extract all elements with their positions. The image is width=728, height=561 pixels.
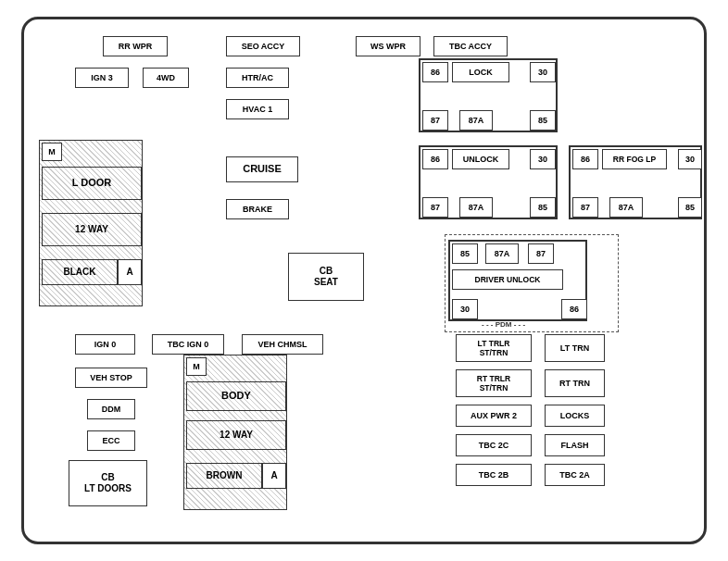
- ldoor-group: M L DOOR 12 WAY BLACK A: [39, 140, 143, 306]
- ign3: IGN 3: [75, 68, 129, 88]
- relay-unlock-label: UNLOCK: [452, 149, 509, 169]
- tbc-2b: TBC 2B: [456, 464, 532, 486]
- relay-lock-87: 87: [422, 110, 448, 131]
- relay-fog-86: 86: [572, 149, 598, 169]
- ldoor-black: BLACK: [42, 259, 118, 285]
- aux-pwr2: AUX PWR 2: [456, 405, 532, 427]
- body-a: A: [262, 463, 286, 489]
- relay-du-85: 85: [452, 243, 478, 264]
- relay-lock-30: 30: [530, 62, 556, 82]
- flash: FLASH: [545, 434, 605, 456]
- tbc-accy: TBC ACCY: [433, 36, 508, 56]
- htr-ac: HTR/AC: [226, 68, 289, 88]
- lt-trlr-st-trn: LT TRLRST/TRN: [456, 334, 532, 362]
- relay-du-30: 30: [452, 299, 478, 319]
- relay-driver-unlock-outer: 85 87A 87 DRIVER UNLOCK 30 86: [448, 240, 587, 321]
- ign0: IGN 0: [75, 334, 135, 355]
- veh-chmsl: VEH CHMSL: [242, 334, 323, 355]
- relay-lock-86: 86: [422, 62, 448, 82]
- body-12way: 12 WAY: [186, 420, 286, 450]
- relay-fog-87a: 87A: [609, 197, 643, 218]
- body-brown: BROWN: [186, 463, 262, 489]
- locks: LOCKS: [545, 405, 605, 427]
- ws-wpr: WS WPR: [356, 36, 420, 56]
- ldoor-12way: 12 WAY: [42, 213, 142, 246]
- tbc-2a: TBC 2A: [545, 464, 605, 486]
- relay-du-86: 86: [561, 299, 587, 319]
- lt-trn: LT TRN: [545, 334, 605, 362]
- cb-seat: CBSEAT: [288, 253, 364, 301]
- relay-du-87: 87: [528, 243, 554, 264]
- hvac1: HVAC 1: [226, 99, 289, 119]
- relay-rr-fog-outer: 86 RR FOG LP 30 87 87A 85: [569, 145, 702, 219]
- ecc: ECC: [87, 430, 135, 451]
- tbc-2c: TBC 2C: [456, 434, 532, 456]
- body-label: BODY: [186, 381, 286, 411]
- relay-unlock-87a: 87A: [459, 197, 493, 218]
- relay-fog-label: RR FOG LP: [602, 149, 667, 169]
- ldoor-m: M: [42, 143, 62, 161]
- fwd: 4WD: [143, 68, 189, 88]
- ddm: DDM: [87, 399, 135, 419]
- relay-fog-30: 30: [678, 149, 702, 169]
- relay-unlock-87: 87: [422, 197, 448, 218]
- body-group: M BODY 12 WAY BROWN A: [183, 355, 287, 510]
- body-m: M: [186, 357, 207, 376]
- seo-accy: SEO ACCY: [226, 36, 300, 56]
- brake: BRAKE: [226, 199, 289, 219]
- rr-wpr: RR WPR: [103, 36, 168, 56]
- cruise: CRUISE: [226, 156, 298, 182]
- relay-fog-85: 85: [678, 197, 702, 218]
- relay-lock-label: LOCK: [452, 62, 509, 82]
- veh-stop: VEH STOP: [75, 368, 147, 388]
- relay-lock-outer: 86 LOCK 30 87 87A 85: [419, 58, 558, 132]
- tbc-ign0: TBC IGN 0: [152, 334, 224, 355]
- rt-trlr-st-trn: RT TRLRST/TRN: [456, 369, 532, 397]
- relay-du-87a: 87A: [485, 243, 519, 264]
- relay-unlock-85: 85: [530, 197, 556, 218]
- fuse-diagram: RR WPR SEO ACCY WS WPR TBC ACCY IGN 3 4W…: [21, 17, 707, 544]
- relay-unlock-86: 86: [422, 149, 448, 169]
- relay-unlock-outer: 86 UNLOCK 30 87 87A 85: [419, 145, 558, 219]
- rt-trn: RT TRN: [545, 369, 605, 397]
- ldoor-a: A: [118, 259, 142, 285]
- relay-lock-85: 85: [530, 110, 556, 131]
- cb-lt-doors: CBLT DOORS: [69, 460, 147, 506]
- relay-lock-87a: 87A: [459, 110, 493, 131]
- ldoor-label: L DOOR: [42, 167, 142, 200]
- relay-du-label: DRIVER UNLOCK: [452, 269, 563, 290]
- relay-unlock-30: 30: [530, 149, 556, 169]
- relay-fog-87: 87: [572, 197, 598, 218]
- pdm-label: - - - PDM - - -: [482, 320, 525, 329]
